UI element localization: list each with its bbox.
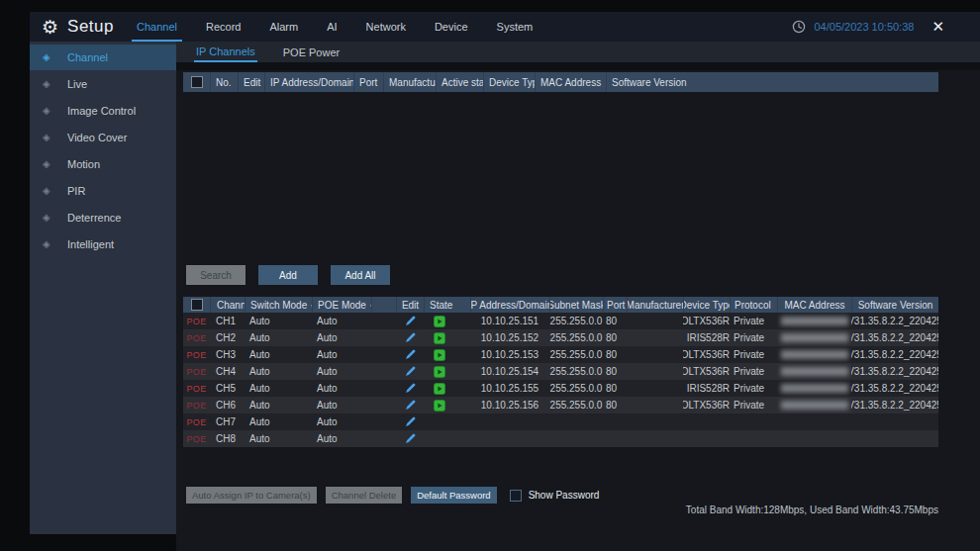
discover-col-ip-address-domain: IP Address/Domain xyxy=(264,72,353,92)
cell-poe: POE xyxy=(183,430,210,447)
column-label: IP Address/Domain xyxy=(470,300,549,311)
cell-poe: POE xyxy=(183,413,210,430)
sidebar-item-channel[interactable]: ◈Channel xyxy=(30,45,176,70)
edit-pencil-icon[interactable] xyxy=(404,432,417,445)
channel-col-mac-address: MAC Address xyxy=(777,297,851,313)
discover-select-all-checkbox[interactable] xyxy=(191,76,203,88)
cell-poe_mode: Auto xyxy=(312,397,371,413)
cell-edit xyxy=(396,346,424,363)
cell-software_version: V31.35.8.2.2_220425 xyxy=(851,346,938,363)
cell-port: 80 xyxy=(603,380,627,397)
channel-row-ch6[interactable]: POECH6AutoAuto10.10.25.156255.255.0.080B… xyxy=(183,397,938,413)
cell-state xyxy=(424,397,470,413)
edit-pencil-icon[interactable] xyxy=(404,348,417,361)
topnav-device[interactable]: Device xyxy=(430,12,473,42)
cell-ip: 10.10.25.156 xyxy=(470,397,549,413)
sidebar-item-video-cover[interactable]: ◈Video Cover xyxy=(30,125,176,150)
cell-ip: 10.10.25.152 xyxy=(470,329,549,346)
channel-row-ch7[interactable]: POECH7AutoAuto xyxy=(183,413,938,430)
cell-ip xyxy=(470,430,549,447)
topnav-alarm[interactable]: Alarm xyxy=(264,12,303,42)
sidebar-item-live[interactable]: ◈Live xyxy=(30,71,176,97)
show-password-checkbox[interactable] xyxy=(510,490,522,502)
cell-device_type: IRIS528R xyxy=(683,329,730,346)
default-password-button[interactable]: Default Password xyxy=(411,487,496,504)
topnav-channel[interactable]: Channel xyxy=(132,12,182,42)
cell-device_type: IRIS528R xyxy=(683,380,730,397)
cell-poe: POE xyxy=(183,380,210,397)
mac-address-blurred xyxy=(781,384,848,393)
close-button[interactable]: ✕ xyxy=(931,18,944,36)
sidebar-item-intelligent[interactable]: ◈Intelligent xyxy=(30,231,176,257)
topnav-record[interactable]: Record xyxy=(201,12,245,42)
edit-pencil-icon[interactable] xyxy=(404,331,417,344)
channel-select-all-checkbox-cell xyxy=(183,297,210,313)
sidebar-item-label: Motion xyxy=(67,158,100,170)
edit-pencil-icon[interactable] xyxy=(404,399,417,412)
poe-badge: POE xyxy=(187,317,207,326)
cell-ip xyxy=(470,413,549,430)
channel-row-ch2[interactable]: POECH2AutoAuto10.10.25.152255.255.0.080I… xyxy=(183,329,938,346)
cell-device_type xyxy=(683,413,730,430)
tab-strip: IP ChannelsPOE Power xyxy=(176,42,980,70)
channel-row-ch8[interactable]: POECH8AutoAuto xyxy=(183,430,938,447)
cell-poe_mode: Auto xyxy=(312,363,371,380)
tab-ip-channels[interactable]: IP Channels xyxy=(194,42,257,62)
cell-state xyxy=(424,346,470,363)
cell-poe_mode: Auto xyxy=(312,380,371,397)
topnav-network[interactable]: Network xyxy=(361,12,411,42)
sidebar-item-motion[interactable]: ◈Motion xyxy=(30,151,176,177)
cell-switch_mode: Auto xyxy=(245,397,312,413)
edit-pencil-icon[interactable] xyxy=(404,382,417,395)
column-label: Channel xyxy=(217,300,245,311)
cell-mac xyxy=(777,329,851,346)
edit-pencil-icon[interactable] xyxy=(404,415,417,428)
channel-select-all-checkbox[interactable] xyxy=(191,299,203,311)
state-online-icon xyxy=(434,316,445,327)
sidebar-item-pir[interactable]: ◈PIR xyxy=(30,178,176,204)
topnav-system[interactable]: System xyxy=(492,12,539,42)
channel-row-ch1[interactable]: POECH1AutoAuto10.10.25.151255.255.0.080B… xyxy=(183,313,938,329)
add-button[interactable]: Add xyxy=(258,265,318,285)
channel-row-ch5[interactable]: POECH5AutoAuto10.10.25.155255.255.0.080I… xyxy=(183,380,938,397)
channel-table-rows: POECH1AutoAuto10.10.25.151255.255.0.080B… xyxy=(183,313,938,447)
channel-row-ch4[interactable]: POECH4AutoAuto10.10.25.154255.255.0.080B… xyxy=(183,363,938,380)
cell-channel: CH4 xyxy=(210,363,245,380)
sidebar-item-label: PIR xyxy=(67,185,85,197)
cell-state xyxy=(424,413,470,430)
auto-assign-ip-button[interactable]: Auto Assign IP to Camera(s) xyxy=(186,487,317,504)
cell-ip: 10.10.25.155 xyxy=(470,380,549,397)
edit-pencil-icon[interactable] xyxy=(404,365,417,378)
edit-pencil-icon[interactable] xyxy=(404,315,417,327)
cell-manufacturer xyxy=(627,363,683,380)
search-button[interactable]: Search xyxy=(186,265,245,285)
cell-protocol: Private xyxy=(730,346,777,363)
cell-switch_mode: Auto xyxy=(245,363,312,380)
bandwidth-status: Total Band Width:128Mbps, Used Band Widt… xyxy=(686,505,938,515)
diamond-icon: ◈ xyxy=(43,79,54,89)
channel-row-ch3[interactable]: POECH3AutoAuto10.10.25.153255.255.0.080B… xyxy=(183,346,938,363)
discover-col-software-version: Software Version xyxy=(606,72,938,92)
cell-port: 80 xyxy=(603,346,627,363)
cell-protocol: Private xyxy=(730,313,777,329)
cell-software_version: V31.35.8.2.2_220425 xyxy=(851,380,938,397)
cell-mac xyxy=(777,346,851,363)
tab-poe-power[interactable]: POE Power xyxy=(281,42,342,62)
sidebar-item-deterrence[interactable]: ◈Deterrence xyxy=(30,205,176,230)
cell-poe: POE xyxy=(183,346,210,363)
cell-channel: CH2 xyxy=(210,329,245,346)
sidebar-item-image-control[interactable]: ◈Image Control xyxy=(30,98,176,124)
cell-subnet: 255.255.0.0 xyxy=(549,363,603,380)
channel-delete-button[interactable]: Channel Delete xyxy=(326,487,403,504)
gear-icon: ⚙ xyxy=(42,18,58,37)
mac-address-blurred xyxy=(781,333,848,342)
state-online-icon xyxy=(434,383,445,395)
poe-badge: POE xyxy=(187,367,207,377)
topnav-ai[interactable]: AI xyxy=(322,12,342,42)
add-all-button[interactable]: Add All xyxy=(331,265,390,285)
channel-col-subnet-mask: Subnet Mask xyxy=(549,297,603,313)
cell-channel: CH5 xyxy=(210,380,245,397)
cell-channel: CH7 xyxy=(210,413,245,430)
cell-subnet: 255.255.0.0 xyxy=(549,397,603,413)
cell-software_version xyxy=(851,430,938,447)
